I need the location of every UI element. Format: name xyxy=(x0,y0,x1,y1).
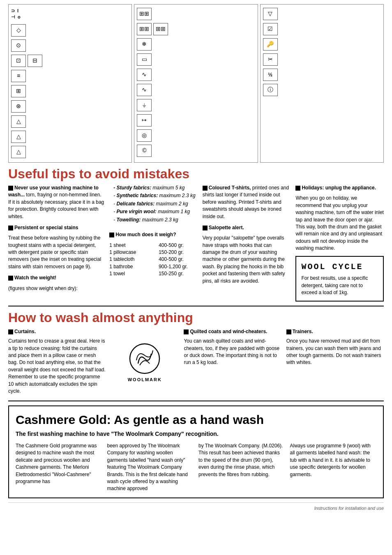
wash-icon: ⏚ xyxy=(137,99,152,111)
cashmere-col2: been approved by The Woolmark Company fo… xyxy=(107,442,194,493)
block3-head: Watch the weight! xyxy=(14,275,56,281)
quilted-head: Quilted coats and wind-cheaters. xyxy=(190,329,267,334)
fabric-3: - Delicate fabrics: maximum 2 kg xyxy=(113,200,198,207)
grid2-icon: ⊞⊞ xyxy=(137,23,152,35)
c-circle-icon: © xyxy=(137,145,152,157)
footer-label: Instructions for installation and use xyxy=(314,506,384,511)
block-tshirts: Coloured T-shirts, printed ones and shir… xyxy=(203,184,291,220)
trainers-body: Once you have removed mud and dirt from … xyxy=(286,338,384,366)
panel2-line9: ◎ xyxy=(137,129,255,143)
rect-icon: ▭ xyxy=(137,53,152,66)
panel2-line6: ∿ xyxy=(137,84,255,97)
icon-line-2: ⊙ xyxy=(11,39,129,53)
panel2-line5: ∿ xyxy=(137,69,255,82)
icon-line-9: △ xyxy=(11,146,129,159)
panel3-line2: ☑ xyxy=(263,23,381,36)
page: ⊃ I⊣ o ◇ ⊙ ⊡ ⊟ ≡ ⊞ ⊛ △ xyxy=(0,0,392,520)
weight-row-3: 1 tablecloth 400-500 gr. xyxy=(109,256,198,263)
block-how-much: How much does it weigh? 1 sheet 400-500 … xyxy=(109,231,198,277)
curtains-head: Curtains. xyxy=(14,329,36,334)
fabrics-list: - Sturdy fabrics: maximum 5 kg - Synthet… xyxy=(113,184,198,223)
fabric-4: - Pure virgin wool: maximum 1 kg xyxy=(113,208,198,215)
wave2-icon: ∿ xyxy=(137,84,152,96)
arrow-icon: ↦ xyxy=(137,114,152,127)
block-wash: Never use your washing machine to wash..… xyxy=(8,184,104,220)
divider2 xyxy=(8,401,384,401)
cashmere-subtitle: The first washing machine to have "The W… xyxy=(16,430,376,438)
panel3-line3: 🔑 xyxy=(263,38,381,51)
cashmere-text3: by The Woolmark Company. (M.0206). This … xyxy=(198,442,285,478)
icon-line-5: ⊞ xyxy=(11,85,129,98)
bullet10-icon xyxy=(286,329,291,334)
bullet2-icon xyxy=(8,226,13,230)
block-stains: Persistent or special stains Treat these… xyxy=(8,224,104,270)
settings-icon: ⊛ xyxy=(11,100,26,113)
circle-icon: ◎ xyxy=(137,129,152,142)
scissors-icon: ✂ xyxy=(263,53,278,66)
panel2-line4: ▭ xyxy=(137,53,255,67)
info-icon: ⓘ xyxy=(263,84,278,96)
bullet3-icon xyxy=(8,276,13,281)
col3-head1: Coloured T-shirts, xyxy=(209,185,251,191)
block-salopette: Salopette alert. Very popular "salopette… xyxy=(203,224,291,285)
icon-panel-2: ⊞⊞ ⊞⊞ ⊞⊞ ❄ ▭ ∿ ∿ ⏚ ↦ xyxy=(134,4,258,163)
tips-col1: Never use your washing machine to wash..… xyxy=(8,184,104,302)
icon-line-1: ◇ xyxy=(11,24,129,37)
panel2-line1: ⊞⊞ xyxy=(137,8,255,21)
wave-icon: ∿ xyxy=(137,69,152,81)
cashmere-content: The Cashmere Gold programme was designed… xyxy=(16,442,376,493)
woolmark-logo xyxy=(128,342,161,375)
panel2-line10: © xyxy=(137,145,255,158)
col3-body2: Very popular "salopette" type overalls h… xyxy=(203,235,291,285)
drop-icon: ▽ xyxy=(263,8,278,20)
block-holidays: Holidays: unplug the appliance. When you… xyxy=(295,184,384,252)
icon-line-7: △ xyxy=(11,115,129,129)
panel2-line8: ↦ xyxy=(137,114,255,127)
weight-head: How much does it weigh? xyxy=(115,232,176,237)
icon-panel-3: ▽ ☑ 🔑 ✂ ½ ⓘ xyxy=(260,4,384,163)
wool-cycle-title: WOOL CYCLE xyxy=(301,261,378,273)
weight-row-1: 1 sheet 400-500 gr. xyxy=(109,242,198,249)
wash-content: Curtains. Curtains tend to crease a grea… xyxy=(8,328,384,398)
bullet4-icon xyxy=(109,233,114,237)
tips-section-title: Useful tips to avoid mistakes xyxy=(8,167,384,181)
col3-head2: Salopette alert. xyxy=(209,225,244,230)
fabric-1: - Sturdy fabrics: maximum 5 kg xyxy=(113,184,198,191)
panel3-line1: ▽ xyxy=(263,8,381,21)
wool-cycle-body: For best results, use a specific deterge… xyxy=(301,275,378,296)
panel2-line2: ⊞⊞ ⊞⊞ xyxy=(137,23,255,36)
divider1 xyxy=(8,306,384,306)
bullet7-icon xyxy=(295,186,300,191)
block2-body: Treat these before washing by rubbing th… xyxy=(8,235,104,270)
block-weight: Watch the weight! (figures show weight w… xyxy=(8,274,104,292)
panel3-line4: ✂ xyxy=(263,53,381,67)
trainers-head: Trainers. xyxy=(293,329,313,334)
wash-col-trainers: Trainers. Once you have removed mud and … xyxy=(286,328,384,398)
book2-icon: ⊟ xyxy=(28,55,42,67)
tips-col2: - Sturdy fabrics: maximum 5 kg - Synthet… xyxy=(109,184,198,302)
cashmere-col3: by The Woolmark Company. (M.0206). This … xyxy=(198,442,285,493)
icon-panel-1: ⊃ I⊣ o ◇ ⊙ ⊡ ⊟ ≡ ⊞ ⊛ △ xyxy=(8,4,132,163)
icon-line-4: ≡ xyxy=(11,70,129,83)
key-icon: 🔑 xyxy=(263,38,278,51)
block3-note: (figures show weight when dry): xyxy=(8,285,104,292)
cashmere-col1: The Cashmere Gold programme was designed… xyxy=(16,442,102,493)
tips-col4: Holidays: unplug the appliance. When you… xyxy=(295,184,384,302)
grid3-icon: ⊞⊞ xyxy=(153,23,168,35)
bullet1-icon xyxy=(8,186,13,191)
wash-section-title: How to wash almost anything xyxy=(8,311,384,325)
weight-table: 1 sheet 400-500 gr. 1 pillowcase 150-200… xyxy=(109,242,198,278)
tips-col3: Coloured T-shirts, printed ones and shir… xyxy=(203,184,291,302)
icons-area: ⊃ I⊣ o ◇ ⊙ ⊡ ⊟ ≡ ⊞ ⊛ △ xyxy=(8,4,384,163)
icon-line-3: ⊡ ⊟ xyxy=(11,55,129,68)
quilted-body: You can wash quilted coats and wind-chea… xyxy=(184,338,281,366)
col4-head1: Holidays: unplug the appliance. xyxy=(302,185,376,191)
grid-icon: ⊞⊞ xyxy=(137,8,152,20)
circle-check-icon: ⊙ xyxy=(11,39,26,52)
panel3-line5: ½ xyxy=(263,69,381,82)
weight-row-5: 1 towel 150-250 gr. xyxy=(109,270,198,277)
bullet8-icon xyxy=(8,329,13,334)
triangle2-icon: △ xyxy=(11,131,26,143)
wool-cycle-box: WOOL CYCLE For best results, use a speci… xyxy=(295,256,384,301)
triangle3-icon: △ xyxy=(11,146,26,158)
